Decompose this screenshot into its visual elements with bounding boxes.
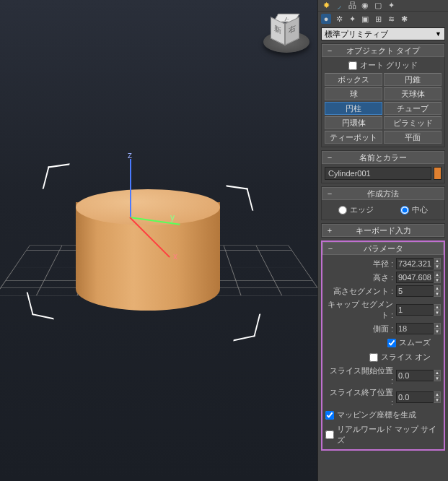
name-color-rollout: − 名前とカラー bbox=[321, 150, 445, 183]
axis-x-label: x bbox=[173, 251, 177, 261]
spinner-down-icon[interactable]: ▼ bbox=[434, 329, 441, 334]
chevron-down-icon: ▼ bbox=[435, 30, 442, 38]
spinner-down-icon: ▼ bbox=[434, 376, 441, 381]
smooth-checkbox[interactable] bbox=[387, 339, 396, 347]
collapse-icon: − bbox=[324, 153, 335, 162]
expand-icon: + bbox=[324, 226, 335, 235]
create-category-bar: ● ✲ ✦ ▣ ⊞ ≋ ✱ bbox=[318, 12, 448, 26]
primitive-button[interactable]: 平面 bbox=[384, 131, 442, 144]
rollout-header[interactable]: − パラメータ bbox=[322, 242, 444, 255]
axis-z-label: z bbox=[128, 150, 132, 160]
spinner-down-icon[interactable]: ▼ bbox=[434, 310, 441, 316]
primitive-button[interactable]: 円環体 bbox=[325, 116, 382, 129]
spinner-down-icon: ▼ bbox=[434, 397, 441, 403]
spinner-up-icon[interactable]: ▲ bbox=[434, 323, 441, 329]
viewcube[interactable]: 上 新 右 bbox=[261, 11, 312, 61]
primitive-button[interactable]: 球 bbox=[325, 87, 382, 100]
cap-segments-input[interactable] bbox=[396, 304, 434, 316]
primitive-button[interactable]: ボックス bbox=[325, 73, 382, 86]
autogrid-checkbox[interactable] bbox=[348, 61, 357, 70]
rollout-header[interactable]: − 作成方法 bbox=[322, 187, 444, 200]
primitive-button[interactable]: ティーポット bbox=[325, 131, 382, 144]
spinner-up-icon[interactable]: ▲ bbox=[434, 285, 441, 291]
shapes-icon[interactable]: ✲ bbox=[334, 14, 344, 24]
rollout-header[interactable]: + キーボード入力 bbox=[322, 224, 444, 237]
geometry-icon[interactable]: ● bbox=[321, 14, 331, 24]
radius-input[interactable] bbox=[396, 258, 434, 269]
utilities-tab-icon[interactable]: ✦ bbox=[386, 1, 396, 11]
spinner-up-icon[interactable]: ▲ bbox=[434, 304, 441, 310]
spinner-up-icon: ▲ bbox=[434, 370, 441, 376]
edge-radio[interactable] bbox=[338, 206, 347, 214]
modify-tab-icon[interactable]: ◞ bbox=[334, 1, 344, 11]
lights-icon[interactable]: ✦ bbox=[347, 14, 357, 24]
cameras-icon[interactable]: ▣ bbox=[360, 14, 370, 24]
height-input[interactable] bbox=[396, 272, 434, 283]
axis-y-label: y bbox=[170, 212, 175, 222]
real-world-checkbox[interactable] bbox=[325, 430, 334, 439]
slice-to-input bbox=[396, 391, 434, 403]
object-type-rollout: − オブジェクト タイプ オート グリッド ボックス円錐球天球体円柱チューブ円環… bbox=[321, 43, 445, 147]
category-dropdown[interactable]: 標準プリミティブ ▼ bbox=[321, 27, 445, 40]
collapse-icon: − bbox=[324, 46, 335, 55]
spinner-up-icon[interactable]: ▲ bbox=[434, 258, 441, 264]
collapse-icon: − bbox=[324, 189, 335, 198]
parameters-rollout: − パラメータ 半径 :▲▼ 高さ :▲▼ 高さセグメント :▲▼ キャップ セ… bbox=[321, 240, 445, 451]
object-name-input[interactable] bbox=[325, 167, 431, 180]
sides-input[interactable] bbox=[396, 323, 434, 334]
collapse-icon: − bbox=[325, 244, 336, 253]
slice-on-checkbox[interactable] bbox=[369, 353, 378, 362]
selection-bracket bbox=[219, 298, 264, 344]
primitive-button[interactable]: ピラミッド bbox=[384, 116, 442, 129]
spinner-down-icon[interactable]: ▼ bbox=[434, 277, 441, 283]
systems-icon[interactable]: ✱ bbox=[399, 14, 409, 24]
spinner-down-icon[interactable]: ▼ bbox=[434, 291, 441, 297]
motion-tab-icon[interactable]: ◉ bbox=[360, 1, 370, 11]
height-segments-input[interactable] bbox=[396, 285, 434, 297]
cylinder-object[interactable] bbox=[72, 173, 224, 303]
dropdown-label: 標準プリミティブ bbox=[325, 29, 388, 40]
display-tab-icon[interactable]: ▢ bbox=[373, 1, 383, 11]
hierarchy-tab-icon[interactable]: 品 bbox=[347, 1, 357, 11]
helpers-icon[interactable]: ⊞ bbox=[373, 14, 383, 24]
primitive-button[interactable]: 天球体 bbox=[384, 87, 442, 100]
primitive-button[interactable]: チューブ bbox=[384, 102, 442, 115]
spinner-up-icon[interactable]: ▲ bbox=[434, 272, 441, 277]
command-panel: ✸ ◞ 品 ◉ ▢ ✦ ● ✲ ✦ ▣ ⊞ ≋ ✱ 標準プリミティブ ▼ − オ… bbox=[317, 0, 448, 481]
panel-tabs: ✸ ◞ 品 ◉ ▢ ✦ bbox=[318, 0, 448, 12]
center-radio[interactable] bbox=[400, 206, 409, 214]
autogrid-label: オート グリッド bbox=[360, 60, 418, 71]
rollout-header[interactable]: − 名前とカラー bbox=[322, 151, 444, 164]
viewport-3d[interactable]: z y x 上 新 右 bbox=[0, 0, 317, 481]
create-tab-icon[interactable]: ✸ bbox=[321, 1, 331, 11]
rollout-header[interactable]: − オブジェクト タイプ bbox=[322, 44, 444, 57]
primitive-button[interactable]: 円柱 bbox=[325, 102, 382, 115]
creation-method-rollout: − 作成方法 エッジ 中心 bbox=[321, 186, 445, 220]
spinner-down-icon[interactable]: ▼ bbox=[434, 264, 441, 269]
keyboard-entry-rollout: + キーボード入力 bbox=[321, 223, 445, 238]
object-color-swatch[interactable] bbox=[434, 167, 442, 180]
slice-from-input bbox=[396, 370, 434, 381]
gen-mapping-checkbox[interactable] bbox=[325, 411, 334, 420]
spinner-up-icon: ▲ bbox=[434, 391, 441, 397]
primitive-button[interactable]: 円錐 bbox=[384, 73, 442, 86]
spacewarps-icon[interactable]: ≋ bbox=[386, 14, 396, 24]
